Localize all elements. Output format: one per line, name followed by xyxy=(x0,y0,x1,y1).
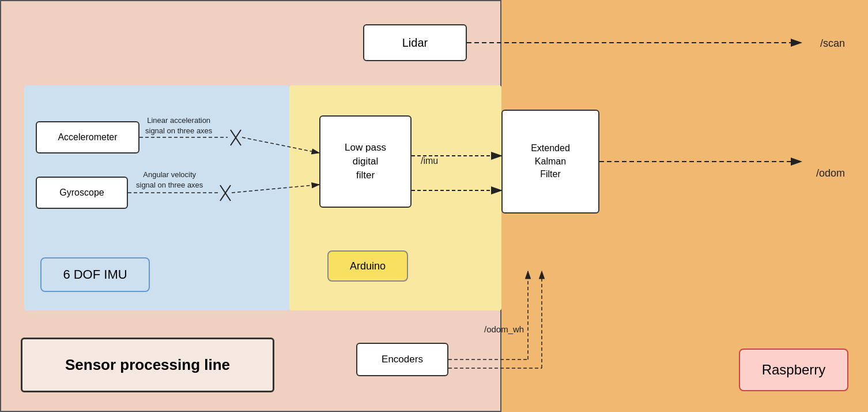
accelerometer-box: Accelerometer xyxy=(36,121,139,153)
angular-vel-label: Angular velocitysignal on three axes xyxy=(136,170,203,190)
imu-label-box: 6 DOF IMU xyxy=(40,257,150,292)
lidar-box: Lidar xyxy=(363,24,467,61)
odom-wh-label: /odom_wh xyxy=(484,324,524,334)
encoders-box: Encoders xyxy=(356,343,448,376)
linear-accel-label: Linear accelerationsignal on three axes xyxy=(145,115,212,136)
odom-label: /odom xyxy=(816,167,845,179)
gyroscope-box: Gyroscope xyxy=(36,177,128,209)
arduino-box: Arduino xyxy=(327,250,408,282)
lowpass-filter-box: Low passdigitalfilter xyxy=(319,115,412,208)
main-container: /scan /imu /odom /odom_wh Linear acceler… xyxy=(0,0,868,412)
imu-topic-label: /imu xyxy=(421,156,438,166)
sensor-processing-label: Sensor processing line xyxy=(21,338,274,392)
scan-label: /scan xyxy=(820,38,845,50)
ekf-box: ExtendedKalmanFilter xyxy=(501,110,599,214)
raspberry-box: Raspberry xyxy=(739,349,848,391)
